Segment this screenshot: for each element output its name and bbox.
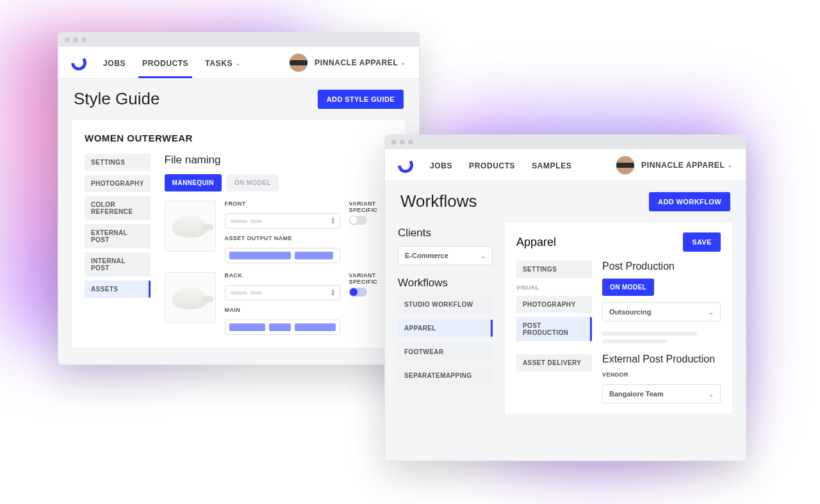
asset-output-name-input[interactable] (225, 248, 340, 263)
workflow-item-apparel[interactable]: APPAREL (398, 320, 493, 337)
workflow-sidebar: SETTINGS VISUAL PHOTOGRAPHY POST PRODUCT… (516, 261, 592, 403)
add-workflow-button[interactable]: ADD WORKFLOW (649, 192, 730, 211)
top-nav: JOBS PRODUCTS SAMPLES PINNACLE APPAREL⌄ (385, 149, 746, 181)
workflows-heading: Workflows (398, 277, 493, 289)
section-title: File naming (165, 154, 404, 167)
chevron-down-icon: ⌄ (480, 252, 486, 259)
chevron-down-icon: ⌄ (235, 60, 241, 67)
workflow-item-footwear[interactable]: FOOTWEAR (398, 343, 493, 361)
sidebar-item-external-post[interactable]: EXTERNAL POST (85, 224, 151, 248)
placeholder-lines (602, 328, 721, 347)
traffic-light-icon (65, 37, 70, 42)
on-model-button[interactable]: ON MODEL (602, 279, 654, 296)
group-label: VISUAL (516, 282, 592, 292)
card-sidebar: SETTINGS PHOTOGRAPHY COLOR REFERENCE EXT… (85, 154, 151, 335)
traffic-light-icon (73, 37, 78, 42)
style-guide-window: JOBS PRODUCTS TASKS⌄ PINNACLE APPAREL⌄ S… (58, 32, 420, 365)
asset-thumbnail[interactable] (165, 272, 216, 323)
traffic-light-icon (408, 140, 413, 145)
field-label: BACK (225, 272, 340, 279)
asset-row: BACK ▲▼ MAIN VARIANT SPECIFIC (165, 272, 404, 335)
asset-output-name-input[interactable] (225, 320, 340, 335)
window-titlebar (385, 135, 746, 149)
brand-logo-icon (71, 55, 86, 70)
field-label: VENDOR (602, 371, 721, 378)
asset-thumbnail[interactable] (165, 200, 216, 252)
nav-jobs[interactable]: JOBS (430, 150, 452, 180)
client-select[interactable]: E-Commerce⌄ (398, 246, 493, 265)
nav-products[interactable]: PRODUCTS (142, 48, 188, 77)
style-guide-card: WOMEN OUTERWEAR SETTINGS PHOTOGRAPHY COL… (71, 119, 406, 348)
clients-heading: Clients (398, 227, 493, 240)
workflow-item-studio[interactable]: STUDIO WORKFLOW (398, 296, 493, 313)
brand-logo-icon (398, 158, 413, 173)
outsourcing-select[interactable]: Outsourcing⌄ (602, 302, 721, 321)
traffic-light-icon (81, 37, 86, 42)
page-title: Workflows (400, 191, 477, 211)
field-label: ASSET OUTPUT NAME (225, 235, 340, 241)
nav-samples[interactable]: SAMPLES (532, 150, 571, 180)
field-label: FRONT (225, 200, 340, 207)
traffic-light-icon (400, 140, 405, 145)
account-menu[interactable]: PINNACLE APPAREL⌄ (616, 156, 733, 175)
account-menu[interactable]: PINNACLE APPAREL⌄ (289, 53, 406, 72)
section-title: External Post Production (602, 354, 721, 365)
card-title: WOMEN OUTERWEAR (85, 133, 393, 143)
save-button[interactable]: SAVE (683, 232, 721, 252)
sidebar-item-photography[interactable]: PHOTOGRAPHY (516, 296, 592, 313)
workflows-window: JOBS PRODUCTS SAMPLES PINNACLE APPAREL⌄ … (384, 134, 746, 461)
sidebar-item-assets[interactable]: ASSETS (85, 280, 151, 298)
chevron-down-icon: ⌄ (727, 161, 733, 168)
sidebar-item-post-production[interactable]: POST PRODUCTION (516, 317, 592, 341)
avatar (616, 156, 635, 175)
left-panel: Clients E-Commerce⌄ Workflows STUDIO WOR… (398, 222, 493, 414)
sidebar-item-color-reference[interactable]: COLOR REFERENCE (85, 196, 151, 220)
view-select[interactable]: ▲▼ (225, 213, 340, 229)
workflow-item-separatemapping[interactable]: SEPARATEMAPPING (398, 367, 493, 384)
workflow-title: Apparel (516, 236, 556, 249)
svg-point-0 (71, 55, 86, 70)
nav-tasks[interactable]: TASKS⌄ (205, 48, 240, 77)
sidebar-item-internal-post[interactable]: INTERNAL POST (85, 252, 151, 277)
nav-jobs[interactable]: JOBS (103, 48, 126, 77)
top-nav: JOBS PRODUCTS TASKS⌄ PINNACLE APPAREL⌄ (58, 47, 419, 79)
chevron-down-icon: ⌄ (709, 309, 714, 316)
chevron-down-icon: ⌄ (709, 391, 714, 398)
asset-row: FRONT ▲▼ ASSET OUTPUT NAME VARIANT SPECI… (165, 200, 404, 263)
pill-on-model[interactable]: ON MODEL (227, 174, 279, 191)
sidebar-item-photography[interactable]: PHOTOGRAPHY (85, 175, 151, 192)
sidebar-item-settings[interactable]: SETTINGS (516, 261, 592, 278)
traffic-light-icon (391, 140, 397, 145)
pill-mannequin[interactable]: MANNEQUIN (165, 174, 222, 191)
section-title: Post Production (602, 261, 721, 272)
window-titlebar (58, 33, 419, 47)
add-style-guide-button[interactable]: ADD STYLE GUIDE (318, 90, 404, 109)
page-title: Style Guide (74, 89, 160, 109)
variant-toggle[interactable] (349, 288, 367, 297)
view-select[interactable]: ▲▼ (225, 285, 340, 300)
vendor-select[interactable]: Bangalore Team⌄ (602, 384, 721, 403)
nav-products[interactable]: PRODUCTS (469, 150, 515, 180)
sidebar-item-settings[interactable]: SETTINGS (85, 154, 151, 171)
svg-point-1 (398, 158, 413, 173)
workflow-main-card: Apparel SAVE SETTINGS VISUAL PHOTOGRAPHY… (504, 222, 733, 414)
field-label: MAIN (225, 307, 340, 313)
variant-toggle[interactable] (349, 216, 367, 225)
avatar (289, 53, 308, 72)
chevron-down-icon: ⌄ (400, 59, 406, 66)
sidebar-item-asset-delivery[interactable]: ASSET DELIVERY (516, 354, 592, 371)
